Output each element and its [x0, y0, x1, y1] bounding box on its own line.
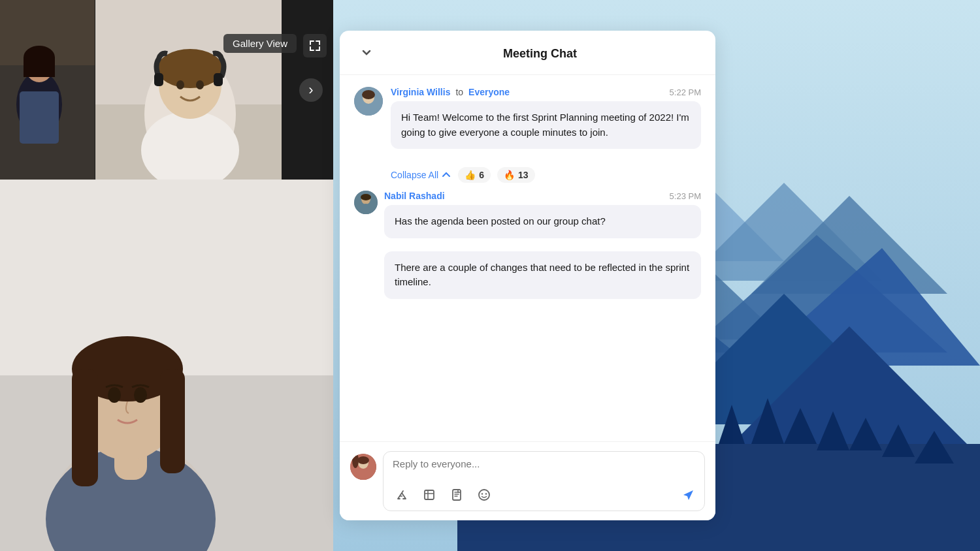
- send-icon: [681, 488, 695, 502]
- quote-button[interactable]: [420, 486, 438, 504]
- nabil-msg-row-header: Nabil Rashadi 5:23 PM Has the agenda bee…: [354, 191, 701, 244]
- fire-count: 13: [518, 170, 529, 180]
- attachment-icon: [450, 488, 463, 501]
- reply-row: [350, 451, 705, 511]
- reply-input[interactable]: [393, 458, 695, 477]
- svg-point-49: [134, 387, 147, 403]
- send-button[interactable]: [681, 488, 695, 502]
- collapse-chat-button[interactable]: [354, 42, 379, 65]
- chevron-down-icon: [359, 45, 374, 59]
- message-header-virginia: Virginia Willis to Everyone 5:22 PM: [391, 87, 701, 97]
- svg-point-56: [361, 194, 371, 200]
- video-panel: › Gallery View: [0, 0, 333, 551]
- chat-title: Meeting Chat: [379, 47, 701, 61]
- svg-point-37: [196, 80, 204, 89]
- reactions-bar: Collapse All 👍 6 🔥 13: [354, 167, 701, 183]
- chevron-up-icon: [441, 170, 451, 180]
- format-icon: [395, 488, 408, 501]
- svg-point-48: [108, 387, 121, 403]
- collapse-all-button[interactable]: Collapse All: [391, 170, 451, 180]
- timestamp-nabil: 5:23 PM: [670, 191, 701, 201]
- svg-point-68: [479, 490, 489, 500]
- gallery-bar: › Gallery View: [0, 0, 333, 180]
- message-bubble-virginia: Hi Team! Welcome to the first Sprint Pla…: [391, 101, 701, 149]
- format-button[interactable]: [393, 486, 411, 504]
- reply-input-container[interactable]: [383, 451, 705, 511]
- svg-rect-35: [214, 73, 223, 86]
- svg-point-36: [176, 80, 184, 89]
- nabil-header: Nabil Rashadi 5:23 PM: [384, 191, 701, 201]
- svg-rect-46: [72, 369, 98, 486]
- svg-rect-64: [425, 490, 434, 499]
- sender-nabil: Nabil Rashadi: [384, 191, 445, 201]
- nabil-message2: There are a couple of changes that need …: [384, 251, 701, 299]
- svg-rect-67: [453, 490, 461, 500]
- message-group-virginia: Virginia Willis to Everyone 5:22 PM Hi T…: [354, 87, 701, 154]
- thumbs-up-icon: 👍: [465, 170, 476, 180]
- svg-rect-26: [20, 91, 59, 144]
- main-video: [0, 180, 333, 551]
- recipient-everyone: Everyone: [468, 87, 510, 97]
- avatar-virginia: [354, 87, 383, 116]
- thumbs-up-count: 6: [479, 170, 484, 180]
- chat-messages: Virginia Willis to Everyone 5:22 PM Hi T…: [340, 75, 715, 441]
- thumbnail-person2: [95, 0, 282, 180]
- emoji-button[interactable]: [475, 486, 493, 504]
- svg-point-52: [362, 90, 375, 99]
- avatar-nabil: [354, 191, 378, 214]
- collapse-all-label: Collapse All: [391, 170, 438, 180]
- svg-point-70: [485, 493, 487, 494]
- nabil-message2-container: There are a couple of changes that need …: [354, 251, 701, 299]
- svg-rect-25: [24, 57, 55, 77]
- nabil-message1: Has the agenda been posted on our group …: [384, 205, 701, 238]
- fire-reaction[interactable]: 🔥 13: [497, 167, 535, 183]
- timestamp-virginia: 5:22 PM: [670, 87, 701, 97]
- reply-toolbar: [393, 486, 695, 504]
- chat-header: Meeting Chat: [340, 31, 715, 75]
- chat-panel: Meeting Chat Virginia Willis to Everyone…: [340, 31, 715, 520]
- message-group-nabil: Nabil Rashadi 5:23 PM Has the agenda bee…: [354, 191, 701, 299]
- svg-point-69: [482, 493, 483, 494]
- user-avatar: [350, 454, 376, 480]
- nabil-content: Nabil Rashadi 5:23 PM Has the agenda bee…: [384, 191, 701, 244]
- emoji-icon: [478, 488, 491, 501]
- gallery-view-button[interactable]: Gallery View: [223, 34, 297, 53]
- attachment-button[interactable]: [448, 486, 466, 504]
- svg-point-60: [357, 456, 369, 464]
- fire-icon: 🔥: [504, 170, 515, 180]
- next-button[interactable]: ›: [299, 78, 323, 102]
- svg-rect-47: [160, 369, 185, 473]
- thumbnail-person1: [0, 0, 95, 180]
- sender-virginia: Virginia Willis: [391, 87, 450, 97]
- expand-icon: [308, 39, 321, 52]
- expand-button[interactable]: [303, 34, 327, 57]
- gallery-view-label: Gallery View: [233, 38, 287, 49]
- to-label: to: [455, 87, 463, 97]
- thumbs-up-reaction[interactable]: 👍 6: [458, 167, 491, 183]
- svg-rect-33: [157, 65, 223, 78]
- quote-icon: [423, 488, 436, 501]
- svg-rect-34: [154, 73, 163, 86]
- reply-area: [340, 441, 715, 520]
- message-content-virginia: Virginia Willis to Everyone 5:22 PM Hi T…: [391, 87, 701, 154]
